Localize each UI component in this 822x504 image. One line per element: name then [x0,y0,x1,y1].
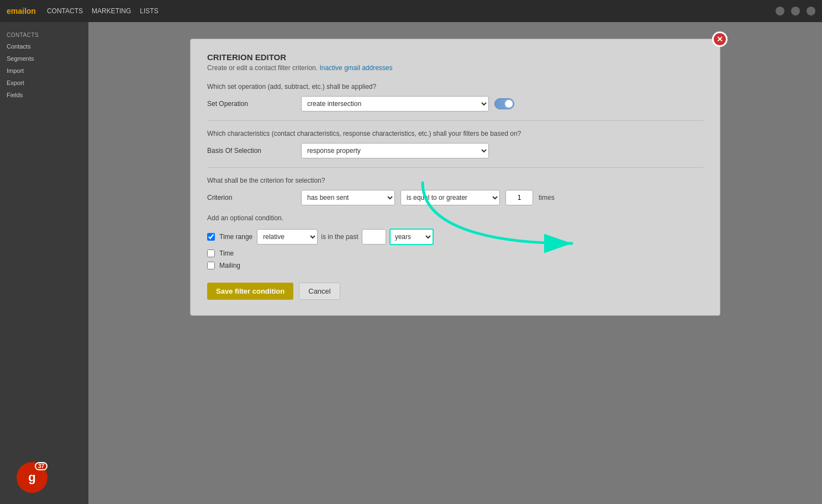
user-icon[interactable] [807,7,815,15]
buttons-row: Save filter condition Cancel [207,283,703,300]
criterion-label: Criterion [207,194,296,201]
sidebar-item-fields[interactable]: Fields [0,89,88,101]
badge-count: 37 [35,462,48,470]
mailing-checkbox[interactable] [207,262,215,269]
time-range-value-input[interactable] [362,229,386,245]
time-range-unit-select[interactable]: years months weeks days [389,229,434,245]
basis-select[interactable]: response property contact property maili… [301,143,489,158]
nav-contacts[interactable]: CONTACTS [47,7,83,15]
times-label: times [539,194,555,201]
set-operation-label: Set Operation [207,100,296,108]
time-checkbox[interactable] [207,250,215,257]
time-range-checkbox[interactable] [207,233,215,241]
modal-subtitle: Create or edit a contact filter criterio… [207,64,703,72]
time-range-label: Time range [219,233,252,241]
nav-right [776,7,815,15]
set-operation-select[interactable]: create intersection add subtract create … [301,96,489,112]
app-logo: emailon [7,7,36,15]
time-row: Time [207,250,703,257]
sidebar-item-export[interactable]: Export [0,77,88,89]
mailing-label: Mailing [219,262,240,269]
settings-icon[interactable] [776,7,784,15]
optional-label: Add an optional condition. [207,214,703,222]
set-operation-question: Which set operation (add, subtract, etc.… [207,83,703,91]
basis-row: Basis Of Selection response property con… [207,143,703,158]
time-range-qualifier: is in the past [321,233,358,241]
modal-close-button[interactable]: ✕ [712,31,728,47]
sidebar-item-import[interactable]: Import [0,65,88,77]
criterion-row: Criterion has been sent has been opened … [207,190,703,205]
comparison-select[interactable]: is equal to or greater is equal to is gr… [401,190,500,205]
sidebar-item-contacts[interactable]: Contacts [0,40,88,52]
criterion-select[interactable]: has been sent has been opened has been c… [301,190,395,205]
modal-subtitle-link[interactable]: Inactive gmail addresses [319,64,392,72]
time-range-controls: relative absolute is in the past years m… [257,229,433,245]
nav-marketing[interactable]: MARKETING [92,7,131,15]
modal-subtitle-text: Create or edit a contact filter criterio… [207,64,318,72]
basis-label: Basis Of Selection [207,147,296,155]
save-button[interactable]: Save filter condition [207,283,293,300]
mailing-row: Mailing [207,262,703,269]
time-label: Time [219,250,234,257]
basis-question: Which characteristics (contact character… [207,130,703,137]
nav-lists[interactable]: LISTS [140,7,158,15]
divider-2 [207,167,703,168]
main-content: ✕ CRITERION EDITOR Create or edit a cont… [88,22,822,504]
time-range-type-select[interactable]: relative absolute [257,229,318,245]
criterion-question: What shall be the criterion for selectio… [207,177,703,184]
sidebar: CONTACTS Contacts Segments Import Export… [0,22,88,504]
cancel-button[interactable]: Cancel [299,283,340,300]
bottom-badge[interactable]: g 37 [17,462,48,493]
set-operation-row: Set Operation create intersection add su… [207,96,703,112]
criterion-editor-modal: ✕ CRITERION EDITOR Create or edit a cont… [190,39,720,316]
sidebar-section-label: CONTACTS [0,28,88,40]
modal-backdrop: ✕ CRITERION EDITOR Create or edit a cont… [88,22,822,504]
help-icon[interactable] [791,7,800,15]
sidebar-item-segments[interactable]: Segments [0,52,88,65]
toggle-switch[interactable] [494,98,514,109]
modal-title: CRITERION EDITOR [207,52,703,62]
top-navigation: emailon CONTACTS MARKETING LISTS [0,0,822,22]
times-count-input[interactable] [505,190,533,205]
divider-1 [207,120,703,121]
badge-letter: g [28,470,35,485]
nav-items: CONTACTS MARKETING LISTS [47,7,159,15]
time-range-row: Time range relative absolute is in the p… [207,229,703,245]
